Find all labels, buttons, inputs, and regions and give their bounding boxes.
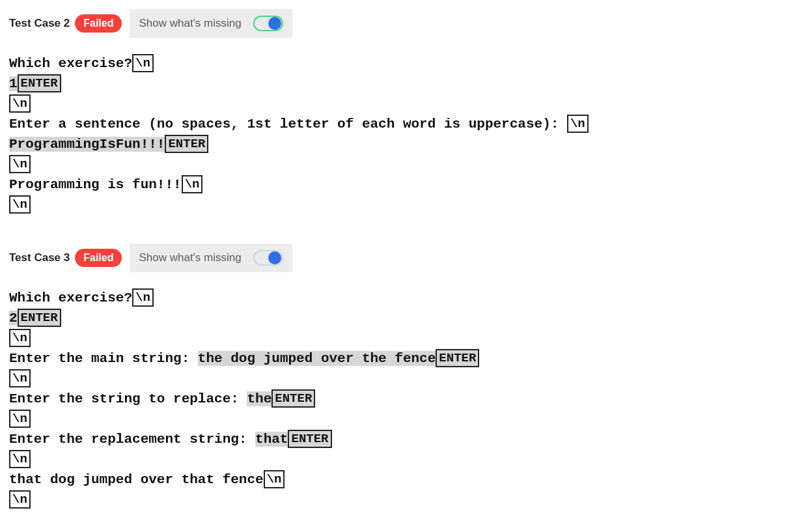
output-text: Which exercise?	[9, 56, 132, 71]
toggle-knob	[268, 251, 281, 264]
console-line: Which exercise?\n	[9, 288, 784, 308]
console-line: Programming is fun!!!\n	[9, 175, 784, 195]
newline-token: \n	[9, 369, 31, 387]
console-output: Which exercise?\n1ENTER\nEnter a sentenc…	[9, 53, 784, 215]
output-text: Enter the replacement string:	[9, 432, 255, 447]
enter-key-token: ENTER	[436, 349, 479, 367]
console-line: \n	[9, 409, 784, 429]
console-line: 2ENTER	[9, 308, 784, 328]
newline-token: \n	[182, 175, 203, 193]
newline-token: \n	[264, 470, 285, 488]
status-badge: Failed	[75, 14, 122, 33]
enter-key-token: ENTER	[18, 74, 61, 92]
user-input-text: that	[255, 432, 288, 447]
newline-token: \n	[9, 410, 31, 428]
output-text: Enter the string to replace:	[9, 391, 247, 406]
console-line: Enter a sentence (no spaces, 1st letter …	[9, 114, 784, 134]
console-line: Which exercise?\n	[9, 53, 784, 74]
console-line: \n	[9, 449, 784, 469]
newline-token: \n	[9, 155, 31, 173]
enter-key-token: ENTER	[165, 135, 208, 153]
newline-token: \n	[9, 450, 31, 468]
console-line: ProgrammingIsFun!!!ENTER	[9, 134, 784, 154]
toggle-knob	[268, 17, 281, 30]
enter-key-token: ENTER	[288, 430, 331, 448]
console-line: 1ENTER	[9, 74, 784, 94]
show-missing-label: Show what's missing	[139, 17, 241, 30]
console-line: \n	[9, 94, 784, 114]
newline-token: \n	[567, 115, 589, 133]
newline-token: \n	[9, 195, 31, 214]
console-line: Enter the replacement string: thatENTER	[9, 429, 784, 449]
test-case-block: Test Case 3FailedShow what's missingWhic…	[9, 244, 784, 510]
user-input-text: the dog jumped over the fence	[198, 351, 436, 366]
test-case-block: Test Case 2FailedShow what's missingWhic…	[9, 9, 784, 215]
show-missing-toggle[interactable]	[253, 16, 283, 31]
output-text: Enter a sentence (no spaces, 1st letter …	[9, 117, 567, 132]
test-case-title: Test Case 3	[9, 251, 70, 264]
console-line: \n	[9, 328, 784, 348]
enter-key-token: ENTER	[18, 309, 61, 327]
user-input-text: the	[247, 391, 271, 406]
user-input-text: 2	[9, 311, 18, 326]
output-text: Enter the main string:	[9, 351, 198, 366]
console-line: that dog jumped over that fence\n	[9, 469, 784, 490]
newline-token: \n	[9, 94, 31, 113]
user-input-text: 1	[9, 76, 18, 91]
show-missing-control: Show what's missing	[130, 9, 292, 38]
show-missing-toggle[interactable]	[253, 250, 283, 266]
newline-token: \n	[132, 288, 154, 307]
output-text: that dog jumped over that fence	[9, 472, 264, 487]
test-case-title: Test Case 2	[9, 17, 70, 30]
console-line: \n	[9, 369, 784, 389]
show-missing-control: Show what's missing	[130, 244, 292, 272]
console-line: \n	[9, 195, 784, 215]
newline-token: \n	[9, 490, 31, 509]
enter-key-token: ENTER	[271, 389, 315, 408]
console-line: \n	[9, 490, 784, 510]
console-line: Enter the string to replace: theENTER	[9, 389, 784, 409]
output-text: Programming is fun!!!	[9, 177, 182, 192]
test-case-header: Test Case 3FailedShow what's missing	[9, 244, 784, 272]
console-line: \n	[9, 154, 784, 175]
console-output: Which exercise?\n2ENTER\nEnter the main …	[9, 288, 784, 510]
console-line: Enter the main string: the dog jumped ov…	[9, 348, 784, 369]
newline-token: \n	[132, 54, 154, 72]
test-case-header: Test Case 2FailedShow what's missing	[9, 9, 784, 38]
show-missing-label: Show what's missing	[139, 251, 241, 264]
newline-token: \n	[9, 329, 31, 347]
status-badge: Failed	[75, 249, 122, 267]
output-text: Which exercise?	[9, 290, 132, 305]
user-input-text: ProgrammingIsFun!!!	[9, 137, 165, 152]
